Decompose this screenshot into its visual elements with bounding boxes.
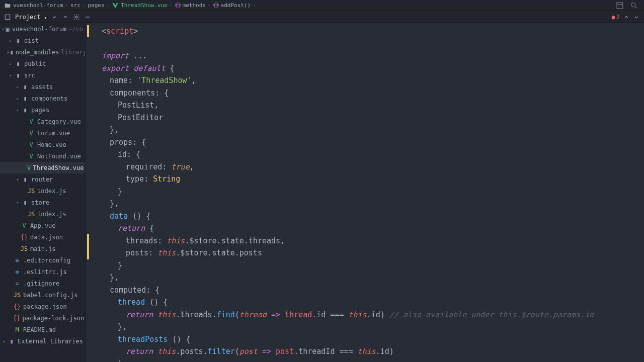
folder-icon: ▮ (14, 72, 22, 79)
folder-icon (4, 2, 11, 9)
code-editor[interactable]: <script> import ... export default { nam… (86, 23, 644, 362)
breadcrumb-bar: vueschool-forum › src › pages › ThreadSh… (0, 0, 644, 11)
code-content: <script> import ... export default { nam… (86, 23, 644, 362)
error-badge[interactable]: ●2 (612, 14, 620, 21)
change-marker (87, 234, 89, 259)
change-marker (87, 25, 89, 37)
js-icon: JS (20, 245, 28, 252)
tree-file[interactable]: JSbabel.config.js (0, 289, 85, 301)
breadcrumb-item[interactable]: vueschool-forum (4, 2, 63, 9)
svg-point-5 (75, 16, 77, 18)
gutter (86, 23, 91, 362)
chevron-right-icon: › (107, 2, 110, 9)
settings-icon[interactable] (73, 14, 80, 21)
tree-file[interactable]: JSindex.js (0, 185, 85, 197)
md-icon: M (13, 326, 21, 333)
chevron-up-icon[interactable] (623, 14, 630, 21)
svg-rect-0 (617, 3, 623, 9)
svg-line-3 (635, 7, 636, 8)
tree-folder-assets[interactable]: ▸▮assets (0, 81, 85, 93)
tree-file[interactable]: VForum.vue (0, 127, 85, 139)
folder-icon: ▮ (14, 60, 22, 67)
tree-folder-dist[interactable]: ▸▮dist (0, 35, 85, 46)
folder-icon: ▣ (5, 26, 10, 33)
layout-icon[interactable] (616, 2, 624, 10)
collapse-icon[interactable] (62, 14, 69, 21)
breadcrumb-item[interactable]: pages (88, 2, 104, 9)
json-icon: {} (13, 315, 20, 322)
tree-file[interactable]: VApp.vue (0, 220, 85, 231)
file-icon: ▫ (13, 280, 21, 287)
tree-file[interactable]: VCategory.vue (0, 116, 85, 127)
svg-point-2 (631, 3, 635, 7)
json-icon: {} (20, 234, 28, 241)
tree-file[interactable]: JSmain.js (0, 243, 85, 254)
folder-icon: ▮ (21, 199, 29, 206)
folder-icon: ▮ (14, 37, 22, 44)
tree-file[interactable]: ▫.gitignore (0, 278, 85, 289)
chevron-down-icon: ▾ (44, 15, 47, 20)
tree-folder-router[interactable]: ▾▮router (0, 173, 85, 185)
js-icon: JS (27, 211, 35, 218)
folder-icon: ▮ (10, 49, 13, 56)
vue-icon: V (27, 130, 35, 137)
tree-folder-pages[interactable]: ▾▮pages (0, 104, 85, 116)
library-icon: ▮ (8, 338, 16, 345)
chevron-right-icon: › (170, 2, 173, 9)
config-icon: ⊚ (13, 268, 21, 276)
project-dropdown[interactable]: Project ▾ (15, 14, 47, 21)
tree-folder-src[interactable]: ▾▮src (0, 69, 85, 81)
folder-icon: ▮ (21, 176, 29, 183)
chevron-down-icon[interactable] (633, 14, 640, 21)
chevron-right-icon: › (83, 2, 86, 9)
tree-external-libraries[interactable]: ▸▮External Libraries (0, 335, 85, 347)
folder-icon: ▮ (21, 83, 29, 90)
vue-icon: V (27, 118, 35, 125)
project-icon[interactable] (4, 14, 11, 21)
tree-folder-store[interactable]: ▾▮store (0, 197, 85, 208)
vue-icon (112, 2, 119, 9)
svg-rect-4 (5, 15, 10, 19)
breadcrumb-item[interactable]: ⓜ addPost() (213, 2, 251, 9)
breadcrumb-item[interactable]: ⓜ methods (175, 2, 206, 9)
js-icon: JS (27, 188, 35, 195)
js-icon: JS (13, 292, 21, 299)
breadcrumb-item[interactable]: ThreadShow.vue (112, 2, 168, 9)
tree-folder-public[interactable]: ▸▮public (0, 58, 85, 69)
tree-file[interactable]: {}data.json (0, 231, 85, 243)
tree-file[interactable]: ⊚.eslintrc.js (0, 266, 85, 278)
tree-file[interactable]: {}package-lock.json (0, 312, 85, 324)
error-icon: ● (612, 14, 615, 21)
vue-icon: V (27, 153, 35, 160)
chevron-right-icon: › (208, 2, 211, 9)
search-icon[interactable] (630, 2, 638, 10)
method-icon: ⓜ (213, 2, 219, 9)
vue-icon: V (20, 222, 28, 229)
tree-file[interactable]: {}package.json (0, 301, 85, 312)
json-icon: {} (13, 303, 21, 310)
toolbar: Project ▾ ●2 (0, 11, 644, 23)
tree-file[interactable]: JSindex.js (0, 208, 85, 220)
tree-root[interactable]: ▾▣vueschool-forum~/co (0, 23, 85, 35)
config-icon: ⊚ (13, 257, 21, 264)
project-tree: ▾▣vueschool-forum~/co ▸▮dist ▸▮node_modu… (0, 23, 86, 362)
tree-folder-node-modules[interactable]: ▸▮node_moduleslibrary (0, 46, 85, 58)
tree-file[interactable]: VHome.vue (0, 139, 85, 150)
tree-file-active[interactable]: VThreadShow.vue (0, 162, 85, 173)
tree-file[interactable]: ⊚.editorconfig (0, 254, 85, 266)
folder-icon: ▮ (21, 107, 29, 114)
method-icon: ⓜ (175, 2, 181, 9)
chevron-right-icon: › (65, 2, 68, 9)
tree-file[interactable]: MREADME.md (0, 324, 85, 335)
hide-icon[interactable] (84, 14, 91, 21)
tree-file[interactable]: VNotFound.vue (0, 150, 85, 162)
expand-icon[interactable] (51, 14, 58, 21)
folder-icon: ▮ (21, 95, 29, 102)
chevron-right-icon: › (253, 2, 256, 9)
tree-folder-components[interactable]: ▸▮components (0, 93, 85, 104)
vue-icon: V (27, 164, 31, 171)
breadcrumb-item[interactable]: src (70, 2, 80, 9)
vue-icon: V (27, 141, 35, 148)
